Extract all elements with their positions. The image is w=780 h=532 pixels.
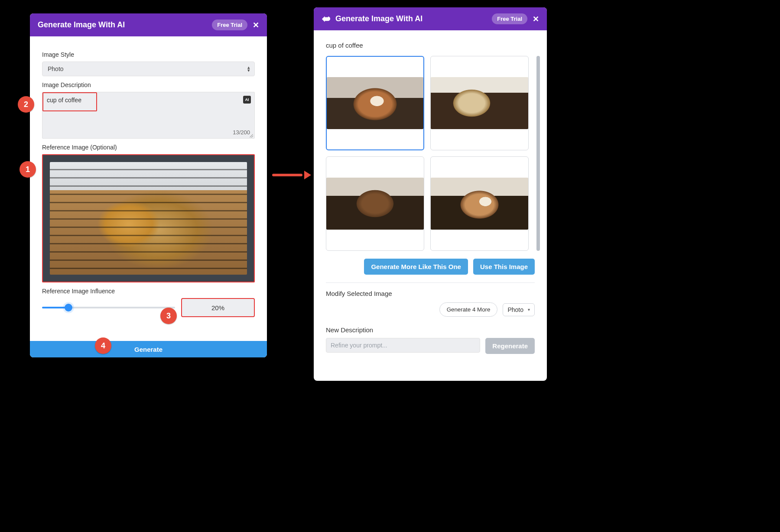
free-trial-badge[interactable]: Free Trial xyxy=(492,13,527,24)
modify-style-value: Photo xyxy=(507,306,523,313)
result-image xyxy=(327,77,423,129)
image-style-label: Image Style xyxy=(42,51,255,58)
refine-placeholder: Refine your prompt... xyxy=(331,342,387,349)
panel-input: Generate Image With AI Free Trial ✕ Imag… xyxy=(30,13,267,357)
divider xyxy=(326,282,535,283)
panel-title: Generate Image With AI xyxy=(38,20,207,29)
panel-body: cup of coffee Generate More Like This On… xyxy=(314,30,547,363)
chevron-updown-icon: ▴▾ xyxy=(247,66,250,71)
ai-icon[interactable]: AI xyxy=(243,96,251,104)
generate-button[interactable]: Generate xyxy=(30,341,267,357)
result-thumb-2[interactable] xyxy=(430,56,529,150)
prompt-echo: cup of coffee xyxy=(326,42,535,49)
chevron-down-icon: ▾ xyxy=(528,307,530,312)
generate-more-like-button[interactable]: Generate More Like This One xyxy=(364,259,468,275)
image-description-input[interactable]: cup of coffee AI 13/200 xyxy=(42,92,255,139)
new-description-label: New Description xyxy=(326,326,535,334)
refine-prompt-input[interactable]: Refine your prompt... xyxy=(326,338,480,353)
resize-handle-icon[interactable] xyxy=(249,133,254,137)
callout-1: 1 xyxy=(20,161,36,178)
results-grid xyxy=(326,56,535,251)
panel-header: Generate Image With AI Free Trial ✕ xyxy=(30,13,267,36)
result-thumb-3[interactable] xyxy=(326,156,424,251)
callout-3: 3 xyxy=(160,308,177,324)
callout-4: 4 xyxy=(95,337,111,354)
modify-label: Modify Selected Image xyxy=(326,290,535,297)
modify-style-select[interactable]: Photo ▾ xyxy=(503,303,535,316)
panel-header: Generate Image With AI Free Trial ✕ xyxy=(314,7,547,30)
result-thumb-4[interactable] xyxy=(430,156,529,251)
arrow-icon xyxy=(272,170,311,180)
back-icon[interactable] xyxy=(322,16,330,23)
result-thumb-1[interactable] xyxy=(326,56,424,150)
close-icon[interactable]: ✕ xyxy=(253,20,259,30)
image-description-value: cup of coffee xyxy=(47,97,81,104)
image-description-label: Image Description xyxy=(42,81,255,88)
image-style-select[interactable]: Photo ▴▾ xyxy=(42,62,255,76)
influence-value[interactable]: 20% xyxy=(181,298,255,317)
generate-4-more-button[interactable]: Generate 4 More xyxy=(439,302,498,317)
influence-label: Reference Image Influence xyxy=(42,288,255,295)
char-counter: 13/200 xyxy=(233,129,250,136)
panel-body: Image Style Photo ▴▾ Image Description c… xyxy=(30,36,267,327)
free-trial-badge[interactable]: Free Trial xyxy=(212,19,247,30)
reference-image-area[interactable] xyxy=(42,154,255,282)
panel-results: Generate Image With AI Free Trial ✕ cup … xyxy=(314,7,547,381)
slider-thumb[interactable] xyxy=(65,304,72,311)
close-icon[interactable]: ✕ xyxy=(533,14,539,24)
use-this-image-button[interactable]: Use This Image xyxy=(473,259,535,275)
scrollbar[interactable] xyxy=(536,56,540,251)
result-image xyxy=(431,77,528,129)
reference-image-label: Reference Image (Optional) xyxy=(42,144,255,151)
regenerate-button[interactable]: Regenerate xyxy=(485,338,535,354)
callout-2: 2 xyxy=(18,96,34,113)
panel-title: Generate Image With AI xyxy=(335,14,487,23)
result-image xyxy=(326,178,424,230)
influence-slider[interactable] xyxy=(42,300,175,315)
result-image xyxy=(431,178,528,230)
reference-image-preview xyxy=(50,162,247,275)
image-style-value: Photo xyxy=(48,65,64,72)
